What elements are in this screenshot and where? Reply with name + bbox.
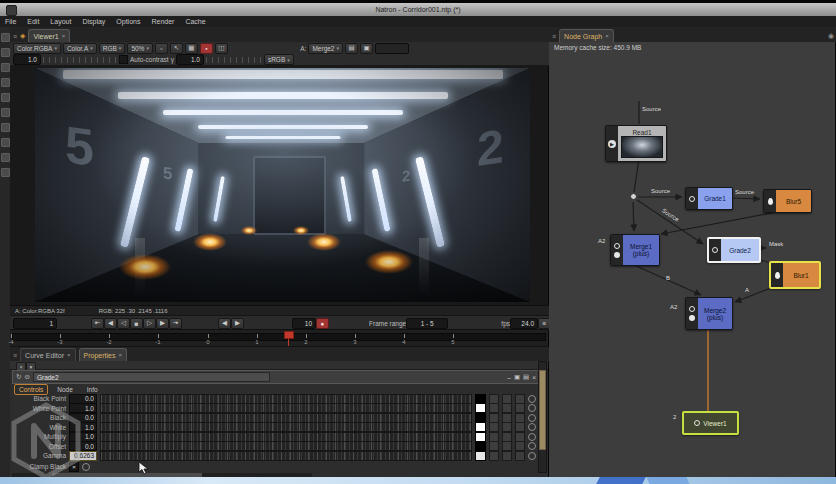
scrollbar-thumb[interactable] bbox=[539, 370, 546, 450]
fps-field[interactable]: 24.0 bbox=[510, 318, 538, 329]
node-graph[interactable]: Memory cache size: 450.9 MB bbox=[549, 42, 835, 477]
close-icon[interactable]: × bbox=[62, 33, 66, 39]
toolbox-filter-icon[interactable] bbox=[1, 108, 10, 117]
node-grade2-selected[interactable]: Grade2 bbox=[707, 237, 761, 263]
gamma-field[interactable]: 1.0 bbox=[176, 54, 204, 65]
param-value-field[interactable]: 1.0 bbox=[69, 403, 97, 413]
keyframe-button[interactable] bbox=[489, 451, 499, 461]
menu-options[interactable]: Options bbox=[116, 18, 140, 25]
keyframe-button[interactable] bbox=[489, 432, 499, 442]
record-icon[interactable]: ● bbox=[316, 318, 329, 329]
menu-cache[interactable]: Cache bbox=[185, 18, 205, 25]
param-value-field[interactable]: 1.0 bbox=[69, 422, 97, 432]
param-slider[interactable] bbox=[100, 422, 472, 432]
viewer-canvas[interactable]: 5 2 5 2 bbox=[10, 65, 548, 306]
revert-icon[interactable] bbox=[528, 395, 536, 403]
color-swatch[interactable] bbox=[475, 403, 486, 413]
tab-node-graph[interactable]: Node Graph × bbox=[559, 29, 614, 42]
toolbox-merge-icon[interactable] bbox=[1, 138, 10, 147]
link-button[interactable] bbox=[515, 432, 525, 442]
playhead-frame-field[interactable]: 10 bbox=[292, 318, 316, 329]
windows-taskbar[interactable] bbox=[0, 477, 836, 484]
auto-contrast-checkbox[interactable] bbox=[119, 55, 128, 64]
timeline-ruler[interactable]: -4 -3 -2 -1 0 1 2 3 4 5 bbox=[10, 329, 548, 347]
sync-viewers-icon[interactable]: ▤ bbox=[345, 43, 358, 54]
revert-icon[interactable] bbox=[528, 452, 536, 460]
set-out-point-button[interactable]: ▶ bbox=[231, 318, 244, 329]
menu-file[interactable]: File bbox=[5, 18, 16, 25]
close-icon[interactable]: × bbox=[605, 33, 609, 39]
revert-icon[interactable] bbox=[528, 433, 536, 441]
curve-button[interactable] bbox=[502, 394, 512, 404]
node-viewer1[interactable]: Viewer1 bbox=[682, 411, 739, 435]
current-frame-field[interactable]: 1 bbox=[13, 318, 57, 329]
refresh-icon[interactable]: ↻ bbox=[16, 373, 21, 381]
param-value-field[interactable]: 0.6263 bbox=[69, 451, 97, 461]
set-in-point-button[interactable]: ◀ bbox=[218, 318, 231, 329]
curve-button[interactable] bbox=[502, 413, 512, 423]
goto-start-button[interactable]: ⇤ bbox=[91, 318, 104, 329]
revert-icon[interactable] bbox=[82, 463, 90, 471]
colorspace-select[interactable]: sRGB▾ bbox=[264, 54, 294, 65]
node-merge2[interactable]: Merge2 (plus) bbox=[685, 297, 733, 330]
playhead-marker[interactable] bbox=[284, 331, 294, 339]
title-bar[interactable]: Natron - Corridor001.ntp (*) bbox=[0, 3, 836, 16]
pointer-tool-icon[interactable]: ↖ bbox=[170, 43, 183, 54]
tab-viewer1[interactable]: Viewer1 × bbox=[28, 29, 70, 42]
minimize-panel-icon[interactable]: – bbox=[507, 374, 511, 381]
param-value-field[interactable]: 0.0 bbox=[69, 394, 97, 404]
node-read1[interactable]: ▶ Read1 bbox=[605, 125, 667, 162]
snapshot-icon[interactable]: ◉ bbox=[828, 32, 834, 40]
keyframe-button[interactable] bbox=[489, 403, 499, 413]
properties-vscrollbar[interactable] bbox=[538, 361, 547, 473]
pane-menu-icon[interactable]: ≡ bbox=[552, 33, 556, 40]
link-button[interactable] bbox=[515, 451, 525, 461]
tab-properties[interactable]: Properties × bbox=[79, 348, 127, 361]
link-button[interactable] bbox=[515, 394, 525, 404]
play-forward-button[interactable]: ▷ bbox=[143, 318, 156, 329]
viewer-info-icon[interactable]: ▣ bbox=[360, 43, 373, 54]
color-swatch[interactable] bbox=[475, 432, 486, 442]
toolbox-views-icon[interactable] bbox=[1, 168, 10, 177]
link-button[interactable] bbox=[515, 413, 525, 423]
curve-button[interactable] bbox=[502, 422, 512, 432]
param-slider[interactable] bbox=[100, 432, 472, 442]
roi-toggle-icon[interactable]: ▪ bbox=[200, 43, 213, 54]
next-frame-button[interactable]: ▶ bbox=[156, 318, 169, 329]
curve-button[interactable] bbox=[502, 403, 512, 413]
play-backward-button[interactable]: ◁ bbox=[117, 318, 130, 329]
color-swatch[interactable] bbox=[475, 422, 486, 432]
keyframe-button[interactable] bbox=[489, 441, 499, 451]
link-button[interactable] bbox=[515, 422, 525, 432]
keyframe-button[interactable] bbox=[489, 422, 499, 432]
dot-node[interactable] bbox=[630, 193, 637, 200]
float-panel-icon[interactable]: ▣ bbox=[514, 373, 520, 381]
node-merge1[interactable]: Merge1 (plus) bbox=[610, 234, 660, 266]
toolbox-time-icon[interactable] bbox=[1, 63, 10, 72]
menu-render[interactable]: Render bbox=[151, 18, 174, 25]
center-node-icon[interactable]: ⊙ bbox=[24, 373, 29, 381]
pane-menu-icon[interactable]: ≡ bbox=[13, 352, 17, 359]
link-button[interactable] bbox=[515, 441, 525, 451]
menu-layout[interactable]: Layout bbox=[50, 18, 71, 25]
zoom-select[interactable]: 50%▾ bbox=[127, 43, 153, 54]
param-value-field[interactable]: 0.0 bbox=[69, 441, 97, 451]
keyframe-button[interactable] bbox=[489, 394, 499, 404]
toolbox-draw-icon[interactable] bbox=[1, 48, 10, 57]
gain-field[interactable]: 1.0 bbox=[13, 54, 41, 65]
menu-edit[interactable]: Edit bbox=[27, 18, 39, 25]
stop-button[interactable]: ■ bbox=[130, 318, 143, 329]
b-input-select[interactable] bbox=[375, 43, 409, 54]
curve-button[interactable] bbox=[502, 451, 512, 461]
node-name-field[interactable]: Grade2 bbox=[33, 372, 270, 382]
close-panel-icon[interactable]: × bbox=[532, 374, 536, 381]
toolbox-color-icon[interactable] bbox=[1, 93, 10, 102]
keyframe-button[interactable] bbox=[489, 413, 499, 423]
toolbox-image-icon[interactable] bbox=[1, 33, 10, 42]
node-grade1[interactable]: Grade1 bbox=[685, 187, 733, 210]
revert-icon[interactable] bbox=[528, 442, 536, 450]
display-channels-select[interactable]: RGB▾ bbox=[99, 43, 126, 54]
revert-icon[interactable] bbox=[528, 404, 536, 412]
layer-select[interactable]: Color.RGBA▾ bbox=[13, 43, 61, 54]
toolbox-keyer-icon[interactable] bbox=[1, 123, 10, 132]
